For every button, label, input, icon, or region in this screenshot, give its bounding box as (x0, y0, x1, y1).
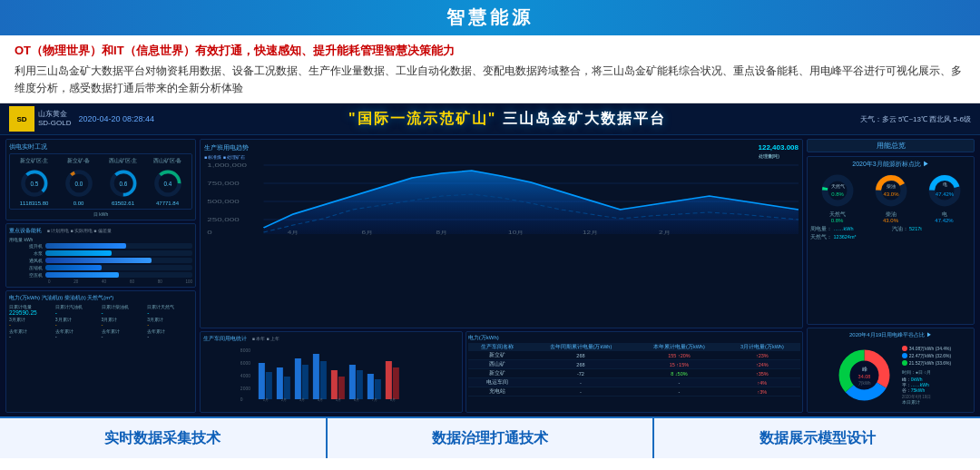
svg-text:3月: 3月 (299, 397, 305, 402)
right-stats-grid: 周电量： ……kWh 汽油： 5217t 天然气： 123624m³ (810, 226, 971, 240)
svg-text:6月: 6月 (354, 397, 359, 402)
svg-text:1月: 1月 (263, 397, 269, 402)
energy-grid: 日累计电量 229590.25 日累计汽油机 - 日累计柴油机 - 日累计天然气… (9, 304, 192, 339)
footer-item-1[interactable]: 实时数据采集技术 (0, 418, 328, 458)
svg-text:柴油: 柴油 (887, 183, 896, 189)
table-row: 充电站 - - ↑3% (468, 387, 800, 397)
peak-valley-section: 2020年4月19日用电峰平谷占比 ▶ 峰 34.08 万kWh (807, 328, 975, 413)
energy-cell-7: 3月累计 - (102, 317, 147, 328)
svg-text:2月: 2月 (281, 397, 287, 402)
energy-cell-6: 3月累计 - (55, 317, 101, 328)
svg-text:4月: 4月 (288, 230, 299, 235)
col-chart-title: 生产车间用电统计 (203, 336, 247, 341)
footer-item-3[interactable]: 数据展示模型设计 (654, 418, 980, 458)
footer-item-2[interactable]: 数据治理打通技术 (328, 418, 655, 458)
right-panel: 用能总览 2020年3月能源折标点比 ▶ 天然气 0.8% 天然气 0.8% (807, 139, 975, 413)
title-quote: "国际一流示范矿山" (348, 111, 496, 126)
gauges-row: 新立矿区-主 0.5 1118315.80 新立矿-备 (9, 153, 192, 210)
center-panel: 生产班用电趋势 ■ 标准煤 ■ 处理矿石 122,403.008处理量(吨) 1… (200, 139, 803, 413)
svg-text:2000: 2000 (240, 386, 250, 391)
svg-text:8000: 8000 (240, 348, 250, 353)
energy-cell-12: 去年累计 - (147, 328, 192, 339)
svg-rect-40 (331, 370, 338, 399)
bar-item-1: 提升机 (9, 243, 192, 249)
svg-text:0: 0 (207, 230, 212, 236)
svg-rect-36 (295, 358, 301, 399)
gauge-1: 新立矿区-主 0.5 1118315.80 (13, 157, 55, 206)
area-chart-svg: 1,000,000 750,000 500,000 250,000 0 (204, 160, 799, 237)
peak-valley-title: 2020年4月19日用电峰平谷占比 ▶ (849, 331, 932, 339)
bar-chart-title: 重点设备能耗 (9, 228, 42, 233)
center-bottom-row: 生产车间用电统计 ■ 本年 ■ 上年 8000 6000 4000 2000 0 (200, 331, 803, 413)
energy-cell-2: 日累计汽油机 - (55, 304, 101, 316)
page-header: 智慧能源 (0, 0, 980, 35)
donuts-row: 天然气 0.8% 天然气 0.8% 柴油 43.0% (810, 171, 971, 223)
gauges-title: 供电实时工况 (9, 142, 192, 152)
gauge-4: 西山矿区-备 0.4 47771.84 (146, 157, 189, 206)
bar-item-3: 通风机 (9, 258, 192, 263)
donut-gas-svg: 天然气 0.8% (818, 171, 857, 210)
energy-cell-4: 日累计天然气 - (147, 304, 192, 316)
svg-text:1,000,000: 1,000,000 (207, 162, 247, 169)
svg-rect-38 (313, 354, 319, 399)
svg-rect-34 (277, 367, 283, 399)
svg-text:天然气: 天然气 (830, 183, 844, 189)
energy-cell-11: 去年累计 - (102, 328, 147, 339)
svg-rect-32 (259, 363, 265, 399)
table-row: 新立矿 -72 8 ↓50% ↑35% (468, 369, 800, 378)
col-chart-svg: 8000 6000 4000 2000 0 (203, 345, 459, 404)
bar-item-4: 压缩机 (9, 265, 192, 270)
logo-text: 山东黄金SD-GOLD (38, 110, 71, 129)
area-chart-title: 生产班用电趋势 (204, 143, 249, 152)
energy-cell-8: 3月累计 - (147, 317, 192, 328)
footer: 实时数据采集技术 数据治理打通技术 数据展示模型设计 (0, 416, 980, 458)
table-row: 西山矿 268 15 ↑15% ↑24% (468, 360, 800, 369)
svg-point-56 (825, 178, 850, 203)
svg-text:250,000: 250,000 (207, 217, 240, 223)
bar-xaxis: 0 20 40 60 80 100 (9, 279, 192, 284)
svg-rect-39 (320, 361, 327, 399)
table-row: 新立矿 268 155 ↑20% ↑23% (468, 351, 800, 360)
svg-text:750,000: 750,000 (207, 181, 240, 187)
area-chart-peak: 122,403.008处理量(吨) (759, 143, 799, 160)
gauge-svg-1: 0.5 (18, 167, 51, 200)
svg-rect-42 (349, 365, 356, 399)
dashboard-weather: 天气：多云 5℃~13℃ 西北风 5-6级 (860, 114, 971, 124)
svg-rect-33 (266, 372, 272, 399)
peak-valley-legend: 34.08万kWh (34.4%) 22.47万kWh (32.6%) 21.5… (902, 346, 951, 366)
svg-rect-47 (393, 367, 399, 399)
gauge-svg-4: 0.4 (152, 167, 184, 200)
bar-item-5: 空压机 (9, 272, 192, 278)
svg-text:电: 电 (942, 181, 946, 187)
description-section: OT（物理世界）和IT（信息世界）有效打通，快速感知、提升能耗管理智慧决策能力 … (0, 35, 980, 103)
svg-text:0.0: 0.0 (74, 181, 83, 187)
donut-oil: 柴油 43.0% 柴油 43.0% (872, 171, 910, 223)
svg-rect-43 (357, 370, 363, 399)
svg-rect-46 (386, 361, 392, 399)
energy-cell-3: 日累计柴油机 - (102, 304, 147, 316)
svg-text:10月: 10月 (508, 230, 524, 235)
gauges-unit: 日 kWh (9, 211, 192, 217)
dashboard-topbar: SD 山东黄金SD-GOLD 2020-04-20 08:28:44 "国际一流… (0, 103, 980, 135)
svg-text:43.0%: 43.0% (883, 191, 899, 197)
gauge-svg-3: 0.6 (107, 167, 140, 200)
svg-rect-44 (368, 374, 374, 399)
gauge-svg-2: 0.0 (63, 167, 95, 200)
dashboard-main: 供电实时工况 新立矿区-主 0.5 1118315.80 新 (0, 135, 980, 416)
svg-text:6000: 6000 (240, 360, 250, 366)
column-chart: 生产车间用电统计 ■ 本年 ■ 上年 8000 6000 4000 2000 0 (200, 331, 463, 413)
gauge-3: 西山矿区-主 0.6 63502.61 (102, 157, 144, 206)
peak-valley-row: 峰 34.08 万kWh 34.08万kWh (34.4%) (830, 341, 951, 409)
svg-text:6月: 6月 (362, 230, 374, 235)
svg-text:0.6: 0.6 (119, 181, 127, 187)
svg-text:0.8%: 0.8% (831, 191, 844, 197)
peak-valley-svg: 峰 34.08 万kWh (830, 341, 898, 409)
description-bold: OT（物理世界）和IT（信息世界）有效打通，快速感知、提升能耗管理智慧决策能力 (15, 43, 965, 59)
donut-gas: 天然气 0.8% 天然气 0.8% (818, 171, 857, 223)
svg-text:5月: 5月 (336, 397, 341, 402)
section-label: 用能总览 (807, 139, 975, 152)
left-panel: 供电实时工况 新立矿区-主 0.5 1118315.80 新 (5, 139, 196, 413)
dashboard: SD 山东黄金SD-GOLD 2020-04-20 08:28:44 "国际一流… (0, 103, 980, 416)
gauges-section: 供电实时工况 新立矿区-主 0.5 1118315.80 新 (5, 139, 196, 220)
energy-comparison-table: 电力(万kWh) 生产车间名称 去年同期累计电量(万kWh) 本年累计电量(万k… (466, 331, 803, 413)
